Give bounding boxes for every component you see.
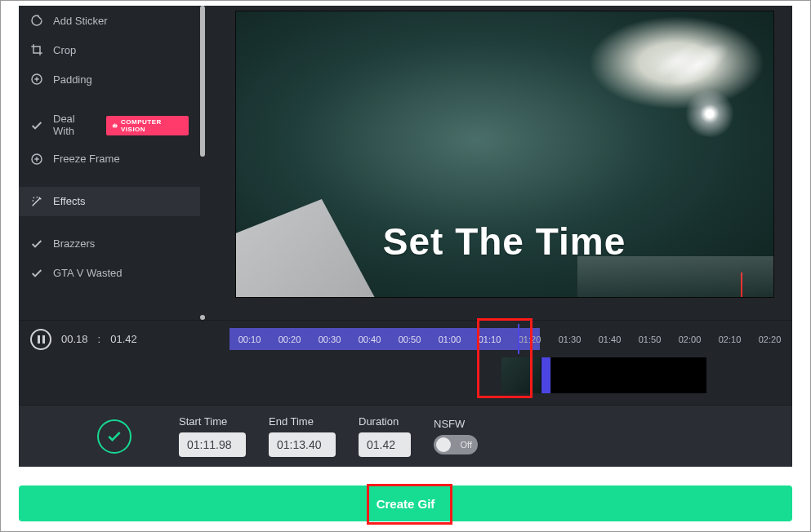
end-time-input[interactable] (269, 432, 336, 457)
ruler-tick: 00:50 (390, 335, 430, 344)
ruler-tick: 01:30 (550, 335, 590, 344)
sidebar-header-effects[interactable]: Effects (19, 187, 200, 216)
ruler-tick: 02:10 (710, 335, 750, 344)
check-icon (106, 428, 123, 445)
robot-icon (111, 122, 118, 130)
thumbs-spacer (19, 357, 229, 405)
timeline-thumb[interactable] (551, 357, 568, 393)
badge-text: COMPUTER VISION (121, 118, 184, 133)
controls-row: Start Time End Time Duration NSFW Off (19, 405, 792, 467)
crop-icon (30, 43, 43, 56)
timeline-thumbnails[interactable] (229, 357, 792, 405)
current-time: 00.18 (61, 333, 88, 345)
preview-area: Set The Time (200, 6, 792, 320)
ruler-cursor[interactable] (518, 324, 519, 354)
create-gif-button[interactable]: Create Gif (19, 485, 792, 521)
end-time-label: End Time (269, 415, 336, 428)
ruler-tick: 01:00 (430, 335, 470, 344)
deal-with-label-wrap: Deal With (53, 113, 96, 138)
duration-field: Duration (359, 415, 411, 457)
sidebar-gap (19, 216, 200, 229)
sticker-icon (30, 14, 43, 27)
duration-input[interactable] (359, 432, 411, 457)
ruler-tick: 02:20 (750, 335, 790, 344)
sidebar-scrollbar-end[interactable] (200, 315, 205, 320)
timeline-thumb[interactable] (501, 357, 541, 393)
ruler-tick: 00:30 (310, 335, 350, 344)
timeline-thumbs-row (19, 357, 792, 405)
total-duration: 01.42 (110, 333, 137, 345)
check-icon (30, 237, 43, 250)
start-time-label: Start Time (179, 415, 246, 428)
sidebar-label: Effects (53, 195, 189, 207)
nsfw-state: Off (461, 440, 472, 450)
video-preview[interactable]: Set The Time (235, 11, 774, 298)
sidebar-label: Add Sticker (53, 15, 189, 27)
deal-with-label: Deal With (53, 113, 96, 138)
timeline-ruler[interactable]: 00:10 00:20 00:30 00:40 00:50 01:00 01:1… (229, 321, 792, 357)
time-sep: : (98, 333, 101, 345)
sidebar-item-deal-with[interactable]: Deal With COMPUTER VISION (19, 107, 200, 144)
sidebar-gap (19, 174, 200, 187)
sidebar-label: Freeze Frame (53, 153, 189, 165)
sidebar-scrollbar[interactable] (200, 6, 205, 157)
sidebar-list: Add Sticker Crop Padding (19, 6, 200, 288)
sidebar: Add Sticker Crop Padding (19, 6, 200, 320)
end-time-field: End Time (269, 415, 336, 457)
sidebar-label: Padding (53, 73, 189, 86)
sidebar-item-padding[interactable]: Padding (19, 64, 200, 94)
create-gif-label: Create Gif (377, 497, 435, 511)
timeline-thumb-selected[interactable] (541, 357, 551, 393)
nsfw-toggle[interactable]: Off (434, 435, 478, 454)
sidebar-item-add-sticker[interactable]: Add Sticker (19, 6, 200, 35)
sidebar-gap (19, 94, 200, 107)
ruler-tick: 01:20 (510, 335, 550, 344)
overlay-title: Set The Time (236, 219, 773, 264)
wand-icon (30, 195, 43, 208)
nsfw-label: NSFW (434, 418, 478, 430)
preview-decoration (626, 12, 755, 141)
check-icon (30, 267, 43, 280)
ruler-tick: 01:50 (630, 335, 670, 344)
ruler-tick: 01:40 (590, 335, 630, 344)
sidebar-item-freeze-frame[interactable]: Freeze Frame (19, 144, 200, 174)
svg-point-3 (114, 126, 114, 126)
overlay-arrow (741, 273, 742, 298)
ruler-ticks: 00:10 00:20 00:30 00:40 00:50 01:00 01:1… (229, 335, 792, 344)
check-icon (30, 119, 43, 132)
timeline-ruler-row: 00.18 : 01.42 00:10 00:20 00:30 00:40 00… (19, 320, 792, 357)
ruler-tick: 01:10 (470, 335, 510, 344)
plus-circle-icon (30, 73, 43, 86)
pause-button[interactable] (30, 329, 51, 350)
sidebar-label: GTA V Wasted (53, 267, 189, 279)
editor-top: Add Sticker Crop Padding (19, 6, 792, 320)
sidebar-label: Crop (53, 44, 189, 56)
duration-label: Duration (359, 415, 411, 428)
sidebar-item-crop[interactable]: Crop (19, 35, 200, 64)
ruler-tick: 00:10 (229, 335, 270, 344)
sidebar-item-brazzers[interactable]: Brazzers (19, 229, 200, 259)
playback-controls: 00.18 : 01.42 (19, 329, 229, 350)
computer-vision-badge: COMPUTER VISION (106, 116, 189, 135)
start-time-field: Start Time (179, 415, 246, 457)
svg-rect-2 (113, 124, 117, 127)
editor-panel: Add Sticker Crop Padding (19, 6, 792, 467)
pause-icon (38, 335, 45, 344)
timeline-thumb[interactable] (568, 357, 706, 393)
ruler-tick: 02:00 (670, 335, 710, 344)
ruler-tick: 00:40 (350, 335, 390, 344)
ruler-tick: 00:20 (270, 335, 310, 344)
app-root: Add Sticker Crop Padding (1, 1, 810, 531)
sidebar-label: Brazzers (53, 237, 189, 250)
sidebar-item-gta-wasted[interactable]: GTA V Wasted (19, 259, 200, 288)
nsfw-field: NSFW Off (434, 418, 478, 454)
status-ok-icon (97, 419, 131, 454)
start-time-input[interactable] (179, 432, 246, 457)
plus-circle-icon (30, 153, 43, 166)
svg-point-4 (115, 126, 116, 126)
